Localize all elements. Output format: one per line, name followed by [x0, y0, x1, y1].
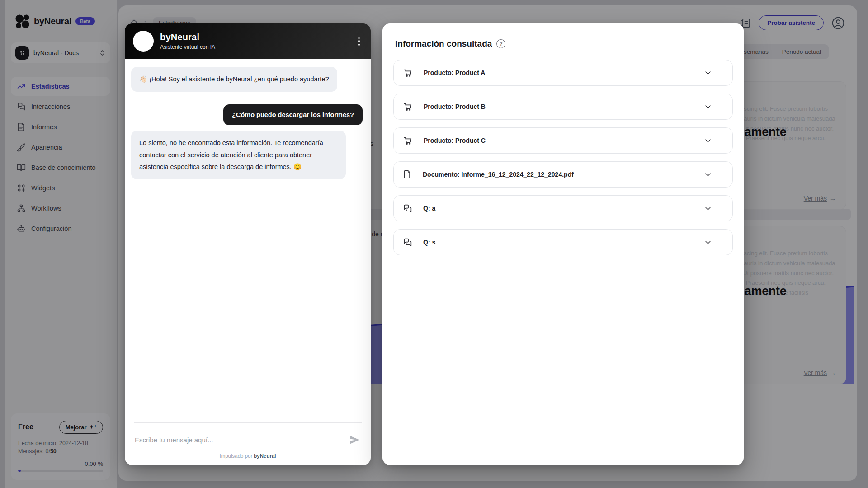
chat-subtitle: Asistente virtual con IA [160, 44, 215, 50]
chevron-down-icon [703, 204, 712, 213]
bot-message: 👋🏻 ¡Hola! Soy el asistente de byNeural ¿… [131, 67, 337, 92]
info-panel-title: Información consultada [395, 39, 492, 49]
file-icon [403, 170, 412, 179]
chat-input-row [134, 422, 362, 448]
info-row-question-s[interactable]: Q: s [393, 229, 733, 255]
info-row-label: Producto: Product C [424, 137, 486, 144]
info-panel: Información consultada ? Producto: Produ… [382, 23, 744, 465]
help-icon[interactable]: ? [496, 39, 505, 48]
info-row-label: Documento: Informe_16_12_2024_22_12_2024… [423, 171, 574, 178]
chat-messages: 👋🏻 ¡Hola! Soy el asistente de byNeural ¿… [125, 59, 371, 422]
info-row-label: Producto: Product B [424, 103, 486, 110]
info-list: Producto: Product A Producto: Product B … [393, 60, 733, 255]
app-screen: byNeural Beta byNeural - Docs Estadístic… [0, 0, 868, 488]
assistant-avatar [133, 31, 154, 52]
chevron-down-icon [703, 136, 712, 145]
cart-icon [403, 68, 413, 78]
info-row-label: Q: s [423, 239, 435, 246]
chevron-down-icon [703, 68, 712, 77]
powered-by: Impulsado porbyNeural [125, 448, 371, 465]
chevron-down-icon [703, 238, 712, 247]
chat-bubbles-icon [403, 238, 412, 247]
info-row-question-a[interactable]: Q: a [393, 195, 733, 221]
info-row-document[interactable]: Documento: Informe_16_12_2024_22_12_2024… [393, 161, 733, 188]
info-row-label: Q: a [423, 205, 435, 212]
send-icon[interactable] [349, 434, 361, 446]
info-row-product-b[interactable]: Producto: Product B [393, 94, 733, 120]
bot-message: Lo siento, no he encontrado esta informa… [131, 131, 346, 179]
info-row-product-a[interactable]: Producto: Product A [393, 60, 733, 86]
info-title-row: Información consultada ? [395, 39, 733, 49]
chat-message-input[interactable] [135, 436, 343, 444]
chat-title: byNeural [160, 32, 215, 42]
cart-icon [403, 136, 413, 145]
chat-widget-panel: byNeural Asistente virtual con IA 👋🏻 ¡Ho… [125, 23, 371, 465]
chevron-down-icon [703, 170, 712, 179]
user-message: ¿Cómo puedo descargar los informes? [223, 104, 363, 125]
chat-bubbles-icon [403, 204, 412, 213]
info-row-product-c[interactable]: Producto: Product C [393, 127, 733, 154]
chevron-down-icon [703, 102, 712, 111]
info-row-label: Producto: Product A [424, 69, 485, 76]
chat-header: byNeural Asistente virtual con IA [125, 23, 371, 59]
cart-icon [403, 102, 413, 112]
chat-menu-icon[interactable] [355, 34, 363, 48]
